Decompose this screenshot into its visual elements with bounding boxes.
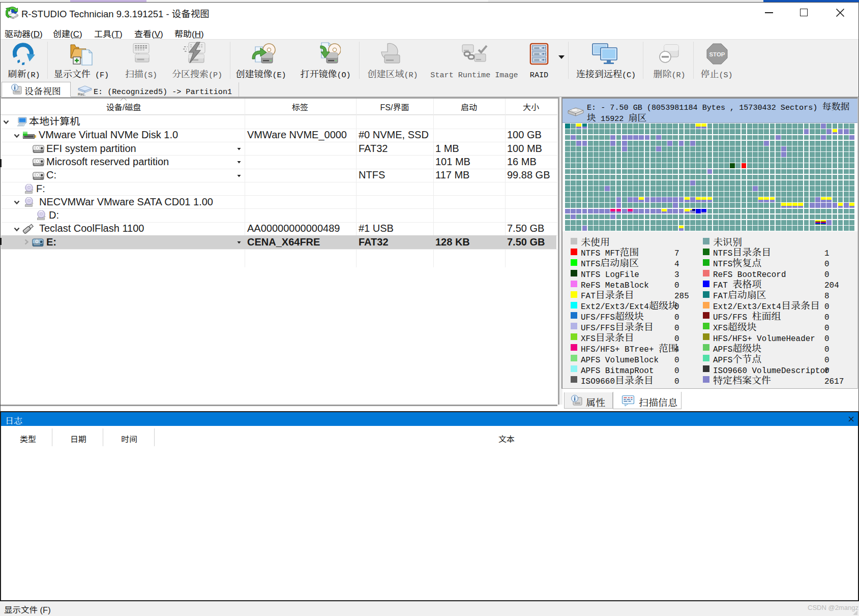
- svg-text:STOP: STOP: [709, 51, 725, 57]
- svg-text:Rec.: Rec.: [78, 92, 85, 96]
